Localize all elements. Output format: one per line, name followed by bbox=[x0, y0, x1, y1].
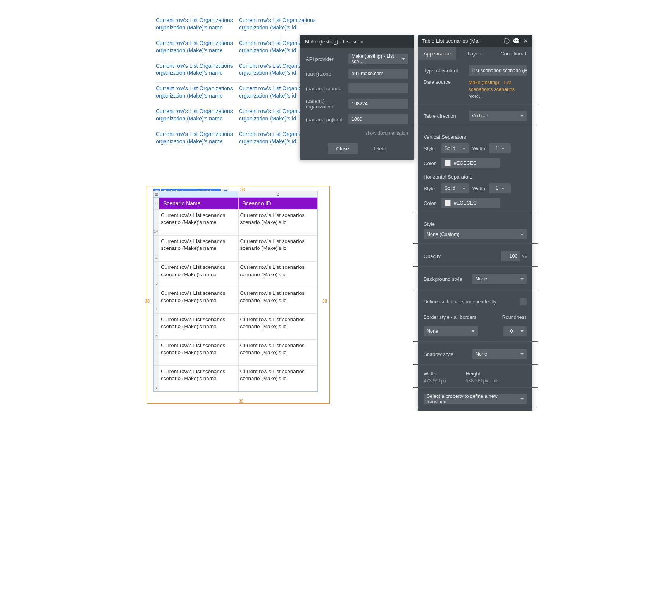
col-header-b[interactable]: B bbox=[238, 191, 318, 197]
pglimit-label: (param.) pg[limit] bbox=[306, 117, 348, 122]
column-scenario-name: Scenario Name Current row's List scenari… bbox=[159, 198, 238, 391]
organizations-table: Current row's List Organizations organiz… bbox=[156, 14, 319, 151]
table-direction-label: Table direction bbox=[424, 113, 456, 119]
shadow-style-label: Shadow style bbox=[424, 351, 453, 357]
table-row: Current row's List Organizations organiz… bbox=[156, 37, 319, 60]
row-num[interactable]: 3 bbox=[154, 261, 159, 287]
data-source-value[interactable]: Make (testing) - List scenarios's scenar… bbox=[469, 79, 527, 99]
col-header-a[interactable] bbox=[159, 191, 238, 197]
modal-title[interactable]: Make (testing) - List scen bbox=[300, 35, 414, 48]
opacity-label: Opacity bbox=[424, 253, 441, 259]
element-style-select[interactable]: None (Custom) bbox=[424, 229, 527, 239]
cell[interactable]: Current row's List scenarios scenario (M… bbox=[239, 235, 318, 261]
hsep-color-input[interactable]: #ECECEC bbox=[441, 198, 500, 208]
cell[interactable]: Current row's List scenarios scenario (M… bbox=[159, 209, 238, 235]
cell[interactable]: Current row's List scenarios scenario (M… bbox=[239, 287, 318, 313]
cell[interactable]: Current row's List scenarios scenario (M… bbox=[239, 339, 318, 365]
shadow-style-select[interactable]: None bbox=[472, 349, 527, 359]
header-scenario-id[interactable]: Sceanrio ID bbox=[239, 198, 318, 209]
row-num[interactable]: 1 bbox=[154, 209, 159, 235]
cell-name: Current row's List Organizations organiz… bbox=[156, 83, 236, 105]
background-style-select[interactable]: None bbox=[472, 274, 527, 284]
tab-conditional[interactable]: Conditional bbox=[494, 47, 532, 60]
pglimit-input[interactable]: 1000 bbox=[348, 114, 408, 124]
border-independent-checkbox[interactable] bbox=[520, 298, 527, 305]
tab-appearance[interactable]: Appearance bbox=[418, 47, 456, 60]
hsep-style-label: Style bbox=[424, 186, 438, 191]
row-num[interactable]: 6 bbox=[154, 339, 159, 365]
vsep-width-label: Width bbox=[472, 146, 485, 151]
border-style-select[interactable]: None bbox=[424, 326, 478, 336]
vsep-style-select[interactable]: Solid bbox=[441, 143, 469, 153]
vsep-color-label: Color bbox=[424, 160, 438, 166]
hsep-width-select[interactable]: 1 bbox=[489, 183, 511, 193]
cell-name: Current row's List Organizations organiz… bbox=[156, 105, 236, 128]
svg-rect-6 bbox=[155, 193, 157, 193]
ruler-corner[interactable] bbox=[153, 191, 159, 197]
chevron-down-icon bbox=[402, 58, 405, 60]
header-scenario-name[interactable]: Scenario Name bbox=[159, 198, 238, 209]
cell[interactable]: Current row's List scenarios scenario (M… bbox=[159, 287, 238, 313]
scenarios-table[interactable]: B 0 1 2 3 4 5 6 7 Scenario Name Current … bbox=[153, 191, 318, 392]
margin-right-badge: 30 bbox=[322, 299, 327, 303]
row-num[interactable]: 0 bbox=[154, 198, 159, 209]
teamid-input[interactable] bbox=[348, 83, 408, 93]
vsep-style-label: Style bbox=[424, 146, 438, 151]
opacity-input[interactable]: 100 bbox=[501, 251, 520, 261]
cell[interactable]: Current row's List scenarios scenario (M… bbox=[159, 235, 238, 261]
organizationid-input[interactable]: 198224 bbox=[348, 99, 408, 109]
delete-button[interactable]: Delete bbox=[372, 146, 386, 151]
chevron-down-icon bbox=[520, 278, 524, 280]
hsep-color-label: Color bbox=[424, 200, 438, 206]
vsep-width-select[interactable]: 1 bbox=[489, 143, 511, 153]
border-independent-label: Define each border independently bbox=[424, 299, 496, 305]
api-provider-select[interactable]: Make (testing) - List sce… bbox=[348, 54, 408, 64]
margin-bottom-badge: 30 bbox=[239, 399, 243, 403]
comment-icon[interactable]: 💬 bbox=[513, 38, 520, 44]
data-source-label: Data source bbox=[424, 79, 451, 85]
hsep-style-select[interactable]: Solid bbox=[441, 183, 469, 193]
inspector-tabs: Appearance Layout Conditional bbox=[418, 47, 532, 60]
tab-layout[interactable]: Layout bbox=[456, 47, 494, 60]
percent-sign: % bbox=[522, 253, 527, 259]
chevron-down-icon bbox=[462, 148, 465, 150]
cell[interactable]: Current row's List scenarios scenario (M… bbox=[159, 339, 238, 365]
type-of-content-label: Type of content bbox=[424, 68, 458, 74]
row-num[interactable]: 7 bbox=[154, 365, 159, 391]
data-source-more[interactable]: More… bbox=[469, 94, 483, 99]
svg-rect-8 bbox=[155, 195, 157, 196]
close-button[interactable]: Close bbox=[328, 143, 358, 154]
api-provider-label: API provider bbox=[306, 56, 348, 62]
show-documentation-link[interactable]: show documentation bbox=[300, 131, 414, 140]
table-direction-select[interactable]: Vertical bbox=[469, 111, 527, 121]
vertical-separators-heading: Vertical Separators bbox=[424, 132, 527, 142]
row-num[interactable]: 4 bbox=[154, 287, 159, 313]
table-row: Current row's List Organizations organiz… bbox=[156, 105, 319, 128]
info-icon[interactable]: ⓘ bbox=[504, 38, 510, 44]
row-num[interactable]: 5 bbox=[154, 313, 159, 339]
cell-name: Current row's List Organizations organiz… bbox=[156, 14, 236, 37]
transition-select[interactable]: Select a property to define a new transi… bbox=[424, 394, 527, 404]
color-swatch bbox=[445, 160, 451, 166]
height-value: 588.281px - inf bbox=[465, 378, 498, 384]
chevron-down-icon bbox=[520, 330, 524, 332]
row-num[interactable]: 2 bbox=[154, 235, 159, 261]
zone-input[interactable]: eu1.make.com bbox=[348, 69, 408, 79]
type-of-content-field[interactable]: List scenarios scenario (Make bbox=[469, 65, 527, 76]
close-icon[interactable]: ✕ bbox=[523, 38, 528, 44]
cell-name: Current row's List Organizations organiz… bbox=[156, 37, 236, 60]
roundness-label: Roundness bbox=[502, 315, 527, 320]
hsep-width-label: Width bbox=[472, 186, 485, 191]
cell[interactable]: Current row's List scenarios scenario (M… bbox=[159, 365, 238, 391]
api-call-modal: Make (testing) - List scen API providerM… bbox=[300, 35, 414, 160]
cell[interactable]: Current row's List scenarios scenario (M… bbox=[239, 365, 318, 391]
cell[interactable]: Current row's List scenarios scenario (M… bbox=[239, 313, 318, 339]
cell[interactable]: Current row's List scenarios scenario (M… bbox=[159, 261, 238, 287]
inspector-title[interactable]: Table List scenarios (Mal bbox=[422, 38, 480, 44]
vsep-color-input[interactable]: #ECECEC bbox=[441, 158, 500, 168]
cell[interactable]: Current row's List scenarios scenario (M… bbox=[239, 209, 318, 235]
cell[interactable]: Current row's List scenarios scenario (M… bbox=[239, 261, 318, 287]
roundness-select[interactable]: 0 bbox=[503, 326, 527, 336]
cell[interactable]: Current row's List scenarios scenario (M… bbox=[159, 313, 238, 339]
column-ruler: B bbox=[153, 191, 318, 197]
